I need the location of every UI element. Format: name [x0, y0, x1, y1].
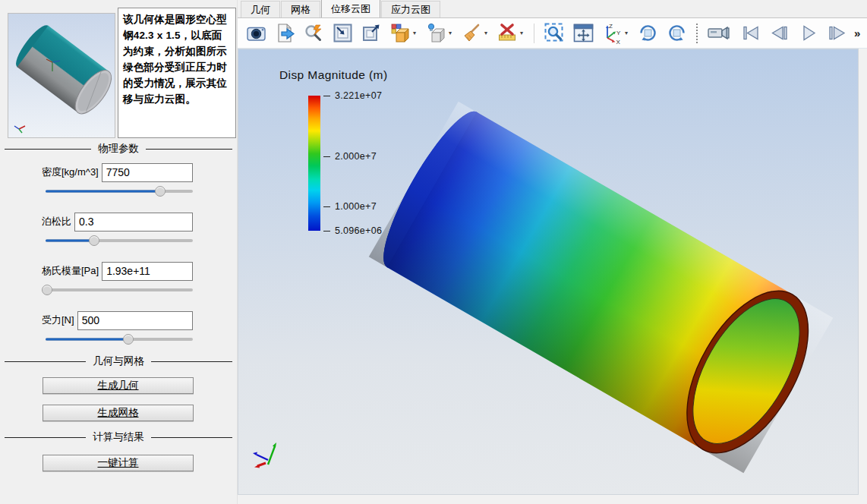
- generate-geometry-button[interactable]: 生成几何: [43, 377, 194, 394]
- axes-orientation-button[interactable]: Z Y X: [600, 21, 624, 46]
- axes-orientation-group: Z Y X ▾: [600, 21, 631, 46]
- zoom-refresh-button[interactable]: [301, 21, 326, 46]
- section-title: 几何与网格: [93, 354, 144, 368]
- xyz-axes-icon: Z Y X: [601, 22, 623, 44]
- youngs-modulus-input[interactable]: [102, 262, 193, 281]
- slider-fill: [46, 240, 94, 242]
- density-row: 密度[kg/m^3]: [42, 162, 193, 182]
- zoom-to-selection-button[interactable]: [542, 21, 566, 46]
- slider-thumb[interactable]: [123, 334, 134, 345]
- divider-line: [146, 149, 232, 150]
- svg-text:Z: Z: [609, 23, 613, 30]
- toolbar: ▾ ▾: [238, 18, 867, 49]
- tab-mesh[interactable]: 网格: [281, 1, 320, 17]
- legend-tick-mark: [323, 156, 330, 157]
- divider-line: [5, 361, 86, 362]
- model-description: 该几何体是圆形空心型钢42.3 x 1.5，以底面为约束，分析如图所示绿色部分受…: [118, 8, 236, 138]
- generate-mesh-button[interactable]: 生成网格: [43, 405, 194, 421]
- main-area: 几何 网格 位移云图 应力云图: [238, 0, 867, 504]
- legend-tick-mark: [323, 206, 330, 207]
- legend-tick-mark: [323, 231, 330, 232]
- divider-line: [5, 437, 86, 438]
- force-slider[interactable]: [46, 333, 193, 345]
- legend-tick-2e7: 2.000e+7: [335, 151, 377, 162]
- broom-icon: [462, 23, 482, 43]
- poisson-input[interactable]: [74, 213, 193, 232]
- dropdown-caret-icon[interactable]: ▾: [413, 30, 419, 36]
- density-label: 密度[kg/m^3]: [42, 165, 99, 179]
- render-settings-button[interactable]: [388, 21, 412, 46]
- ruler-delete-icon: [497, 23, 518, 43]
- dropdown-caret-icon[interactable]: ▾: [484, 30, 490, 36]
- legend-title: Disp Magnitude (m): [279, 68, 387, 82]
- dropdown-caret-icon[interactable]: ▾: [625, 30, 631, 36]
- export-scene-button[interactable]: [273, 21, 297, 46]
- application-window: 该几何体是圆形空心型钢42.3 x 1.5，以底面为约束，分析如图所示绿色部分受…: [0, 0, 867, 504]
- slider-fill: [46, 191, 160, 193]
- clean-button[interactable]: [459, 21, 484, 46]
- viewport-axes-triad-icon: [253, 443, 276, 468]
- render-viewport[interactable]: Disp Magnitude (m) 3.221e+07 2.000e+7 1.…: [238, 49, 859, 495]
- slider-thumb[interactable]: [42, 285, 52, 295]
- dropdown-caret-icon[interactable]: ▾: [449, 30, 455, 36]
- tab-stress-contour[interactable]: 应力云图: [381, 1, 440, 17]
- zoom-out-box-icon: [361, 23, 382, 43]
- step-forward-icon: [826, 23, 850, 43]
- preview-cylinder-render: [8, 14, 115, 137]
- poisson-label: 泊松比: [42, 215, 71, 228]
- zoom-in-box-button[interactable]: [330, 21, 355, 46]
- slider-thumb[interactable]: [155, 186, 166, 197]
- next-frame-button[interactable]: [825, 21, 850, 46]
- animation-camera-button[interactable]: [705, 21, 734, 46]
- section-header-physics: 物理参数: [5, 143, 232, 155]
- youngs-modulus-label: 杨氏模量[Pa]: [42, 264, 99, 278]
- clear-measurements-button[interactable]: [495, 21, 519, 46]
- screenshot-camera-button[interactable]: [244, 21, 268, 46]
- force-label: 受力[N]: [42, 313, 74, 327]
- force-input[interactable]: [77, 311, 193, 330]
- zoom-out-box-button[interactable]: [359, 21, 383, 46]
- camera-icon: [246, 23, 266, 43]
- pan-view-button[interactable]: [571, 21, 595, 46]
- preview-axes-triad-icon: [14, 126, 25, 133]
- colored-cube-icon: [389, 23, 411, 43]
- density-slider[interactable]: [46, 185, 193, 197]
- section-title: 计算与结果: [93, 430, 144, 444]
- geometry-preview: [8, 13, 115, 138]
- legend-colorbar: [308, 96, 320, 231]
- toolbar-separator: [534, 24, 534, 43]
- rotate-cw-icon: [637, 22, 659, 44]
- lighting-button[interactable]: [424, 21, 448, 46]
- zoom-in-box-icon: [333, 23, 353, 43]
- legend-tick-max: 3.221e+07: [335, 90, 382, 101]
- skip-to-start-icon: [740, 23, 762, 43]
- play-icon: [798, 23, 820, 43]
- slider-track[interactable]: [46, 288, 193, 291]
- play-button[interactable]: [796, 21, 821, 46]
- svg-text:Y: Y: [616, 30, 621, 36]
- divider-line: [5, 149, 91, 150]
- toolbar-overflow-chevron[interactable]: »: [854, 27, 859, 39]
- first-frame-button[interactable]: [739, 21, 763, 46]
- poisson-slider[interactable]: [46, 235, 193, 247]
- previous-frame-button[interactable]: [768, 21, 792, 46]
- youngs-modulus-slider[interactable]: [46, 284, 193, 296]
- legend-tick-mark: [323, 96, 330, 96]
- export-icon: [275, 23, 295, 43]
- zoom-select-icon: [544, 22, 566, 44]
- clear-measurements-group: ▾: [495, 21, 526, 46]
- rotate-clockwise-button[interactable]: [635, 21, 660, 46]
- density-input[interactable]: [102, 163, 193, 182]
- youngs-modulus-row: 杨氏模量[Pa]: [42, 261, 193, 281]
- tab-geometry[interactable]: 几何: [241, 1, 280, 17]
- lighting-group: ▾: [424, 21, 455, 46]
- force-row: 受力[N]: [42, 310, 193, 330]
- one-click-compute-button[interactable]: 一键计算: [43, 455, 194, 471]
- svg-text:X: X: [616, 39, 621, 45]
- dropdown-caret-icon[interactable]: ▾: [520, 30, 526, 36]
- step-back-icon: [768, 23, 792, 43]
- poisson-row: 泊松比: [42, 212, 193, 232]
- slider-thumb[interactable]: [89, 235, 99, 246]
- rotate-counterclockwise-button[interactable]: [664, 21, 689, 46]
- tab-displacement-contour[interactable]: 位移云图: [321, 0, 380, 17]
